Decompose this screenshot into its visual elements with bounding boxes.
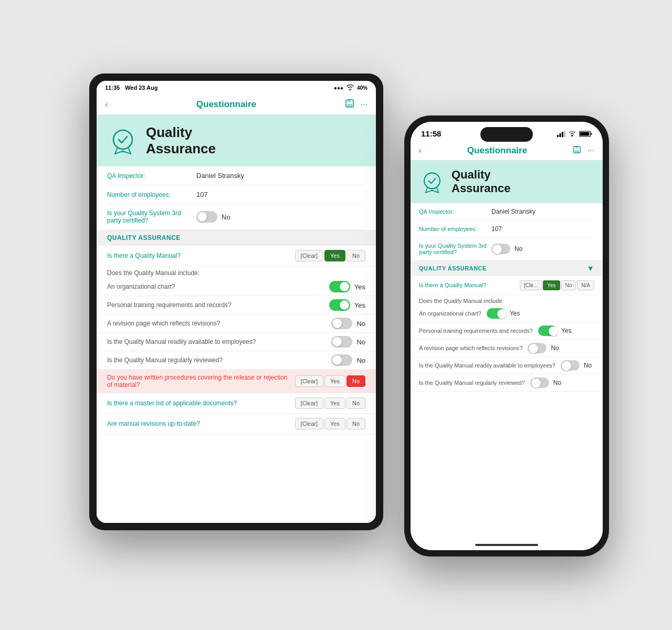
tablet-more-button[interactable]: ···: [361, 100, 368, 109]
tablet-written-procedures-row: Do you have written procedures covering …: [97, 370, 376, 393]
tablet-sub-q-5: Is the Quality Manual regularly reviewed…: [97, 351, 376, 370]
tablet-save-button[interactable]: [345, 99, 354, 110]
phone-sub-q-5-toggle[interactable]: [530, 377, 549, 388]
phone-nav-title: Questionnaire: [422, 145, 572, 156]
phone-sub-q-2-toggle[interactable]: [538, 326, 557, 336]
tablet-wp-clear-btn[interactable]: [Clear]: [295, 375, 323, 387]
phone-battery-icon: [579, 131, 592, 137]
phone-content: Quality Assurance QA Inspector: Daniel S…: [411, 161, 603, 540]
tablet-sub-q-5-toggle[interactable]: [331, 354, 352, 366]
tablet-mr-no-btn[interactable]: No: [346, 418, 365, 429]
tablet-sub-q-3: A revision page which reflects revisions…: [97, 314, 376, 333]
phone-more-button[interactable]: ···: [587, 146, 594, 155]
tablet-sub-q-5-toggle-container: No: [331, 354, 365, 366]
tablet-ml-no-btn[interactable]: No: [346, 397, 365, 409]
phone-device: 11:58 ‹ Questionnaire ···: [404, 116, 609, 556]
phone-sub-q-1-text: An organizational chart?: [419, 310, 481, 317]
phone-sub-q-4-value: No: [584, 362, 592, 369]
tablet-certified-value: No: [222, 213, 230, 221]
tablet-master-list-buttons: [Clear] Yes No: [295, 397, 365, 409]
tablet-sub-q-1-toggle[interactable]: [329, 281, 350, 292]
tablet-quality-manual-text: Is there a Quality Manual?: [107, 252, 290, 259]
tablet-sub-q-4-toggle[interactable]: [331, 336, 352, 348]
tablet-inspector-row: QA Inspector: Daniel Stransky: [107, 166, 365, 185]
phone-certified-label: Is your Quality System 3rd party certifi…: [419, 243, 487, 255]
tablet-written-procedures-buttons: [Clear] Yes No: [295, 375, 365, 387]
svg-rect-13: [575, 146, 578, 149]
phone-home-bar: [475, 544, 538, 546]
phone-section-chevron[interactable]: ▼: [587, 264, 594, 272]
phone-certified-toggle[interactable]: [491, 244, 510, 254]
svg-rect-7: [562, 132, 563, 137]
tablet-mr-clear-btn[interactable]: [Clear]: [295, 418, 323, 429]
phone-sub-q-5-value: No: [553, 379, 561, 386]
tablet-section-header: QUALITY ASSURANCE: [97, 230, 376, 246]
phone-save-button[interactable]: [573, 145, 581, 156]
phone-banner-title: Quality Assurance: [452, 168, 511, 196]
svg-point-16: [431, 190, 434, 192]
tablet-wifi-icon: [346, 84, 354, 91]
phone-time: 11:58: [421, 129, 441, 138]
phone-sub-q-3-toggle[interactable]: [528, 343, 547, 353]
qa-badge-icon: [107, 125, 139, 156]
tablet-wp-yes-btn[interactable]: Yes: [324, 375, 345, 387]
phone-sub-q-4-toggle[interactable]: [561, 360, 580, 371]
tablet-sub-q-3-toggle[interactable]: [331, 318, 352, 329]
tablet-certified-toggle[interactable]: [196, 211, 217, 223]
phone-qa-banner: Quality Assurance: [411, 161, 603, 203]
phone-no-btn[interactable]: No: [561, 280, 576, 290]
tablet-sub-q-2-text: Personal training requirements and recor…: [107, 301, 324, 309]
tablet-inspector-label: QA Inspector:: [107, 172, 191, 180]
tablet-time: 11:35: [105, 85, 120, 91]
tablet-yes-btn[interactable]: Yes: [324, 250, 345, 261]
tablet-manual-revisions-row: Are manual revisions up-to-date? [Clear]…: [97, 414, 376, 434]
phone-sub-q-3-text: A revision page which reflects revisions…: [419, 345, 522, 351]
phone-sub-section-label: Does the Quality Manual include:: [411, 295, 603, 305]
phone-section-header-label: QUALITY ASSURANCE: [419, 265, 487, 271]
tablet-sub-q-1-value: Yes: [354, 283, 365, 291]
tablet-certified-toggle-container: No: [196, 211, 230, 223]
phone-signal-icon: [557, 131, 565, 137]
phone-sub-q-1-toggle-container: Yes: [487, 308, 520, 319]
tablet-sub-q-1: An organizational chart? Yes: [97, 278, 376, 296]
tablet-nav-title: Questionnaire: [108, 99, 344, 110]
tablet-sub-q-4-toggle-container: No: [331, 336, 365, 348]
phone-sub-q-1-toggle[interactable]: [487, 308, 506, 319]
tablet-sub-q-3-toggle-container: No: [331, 318, 365, 329]
phone-clear-btn[interactable]: [Cle...: [520, 280, 542, 290]
svg-rect-1: [348, 100, 351, 102]
tablet-wp-no-btn[interactable]: No: [346, 375, 365, 387]
phone-sub-q-1: An organizational chart? Yes: [411, 305, 603, 322]
tablet-form-section: QA Inspector: Daniel Stransky Number of …: [97, 166, 376, 230]
phone-certified-row: Is your Quality System 3rd party certifi…: [419, 238, 594, 260]
tablet-master-list-row: Is there a master list of applicable doc…: [97, 393, 376, 414]
tablet-sub-q-4-text: Is the Quality Manual readily available …: [107, 338, 326, 345]
tablet-sub-q-2-toggle[interactable]: [329, 299, 350, 311]
svg-rect-10: [591, 133, 592, 135]
phone-sub-q-2-toggle-container: Yes: [538, 326, 572, 336]
tablet-nav-icons-right: ···: [345, 99, 368, 110]
tablet-certified-label: Is your Quality System 3rd party certifi…: [107, 209, 191, 224]
phone-quality-manual-row: Is there a Quality Manual? [Cle... Yes N…: [411, 276, 603, 295]
tablet-inspector-value: Daniel Stransky: [196, 172, 244, 180]
tablet-ml-yes-btn[interactable]: Yes: [324, 397, 345, 409]
tablet-signal-icon: ●●●: [334, 85, 343, 91]
phone-inspector-label: QA Inspector:: [419, 208, 487, 215]
tablet-sub-q-1-text: An organizational chart?: [107, 283, 324, 290]
tablet-sub-q-1-toggle-container: Yes: [329, 281, 365, 292]
tablet-sub-q-2: Personal training requirements and recor…: [97, 296, 376, 314]
phone-na-btn[interactable]: N/A: [577, 280, 594, 290]
tablet-no-btn[interactable]: No: [346, 250, 365, 261]
tablet-qa-banner: Quality Assurance: [97, 115, 376, 166]
phone-sub-q-5-text: Is the Quality Manual regularly reviewed…: [419, 380, 525, 386]
phone-sub-q-2: Personal training requirements and recor…: [411, 322, 603, 340]
tablet-clear-btn[interactable]: [Clear]: [295, 250, 323, 261]
phone-sub-q-2-value: Yes: [561, 327, 572, 334]
phone-status-icons: [557, 131, 592, 137]
tablet-mr-yes-btn[interactable]: Yes: [324, 418, 345, 429]
tablet-ml-clear-btn[interactable]: [Clear]: [295, 397, 323, 409]
phone-nav-icons-right: ···: [573, 145, 594, 156]
phone-yes-btn[interactable]: Yes: [543, 280, 560, 290]
tablet-battery-icon: 40%: [357, 85, 368, 91]
tablet-banner-title: Quality Assurance: [146, 124, 216, 157]
